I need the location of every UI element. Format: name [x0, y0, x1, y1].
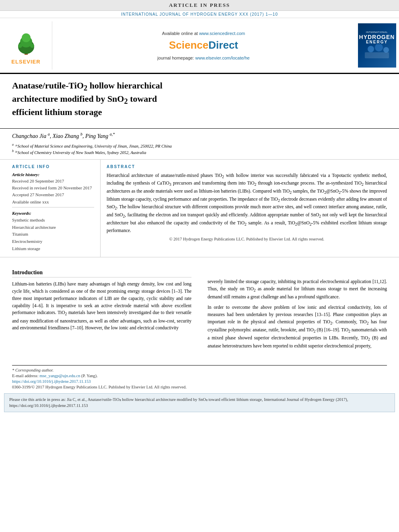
journal-title-bar: INTERNATIONAL JOURNAL OF HYDROGEN ENERGY…	[0, 11, 399, 18]
article-main-title: Anatase/rutile-TiO2 hollow hierarchical …	[12, 80, 387, 118]
svg-point-7	[368, 46, 374, 52]
doi-footnote: https://doi.org/10.1016/j.ijhydene.2017.…	[12, 379, 387, 384]
keyword-item: Titanium	[12, 231, 94, 238]
sciencedirect-logo: ScienceDirect	[169, 39, 238, 51]
keywords-label: Keywords:	[12, 211, 94, 216]
footnotes-section: * Corresponding author. E-mail address: …	[12, 365, 387, 389]
intro-left-text: Lithium-ion batteries (LIBs) have many a…	[12, 281, 191, 332]
svg-point-5	[30, 44, 34, 48]
article-info-column: ARTICLE INFO Article history: Received 2…	[12, 160, 101, 257]
header-center: Available online at www.sciencedirect.co…	[52, 21, 355, 70]
cover-decoration-icon	[363, 44, 391, 60]
journal-cover-box: INTERNATIONAL HYDROGEN ENERGY	[358, 23, 396, 68]
authors-section: Changchao Jia a, Xiao Zhang b, Ping Yang…	[0, 129, 399, 160]
keywords-list: Synthetic methods Hierarchical architect…	[12, 217, 94, 252]
elsevier-brand-label: ELSEVIER	[11, 59, 40, 65]
received-date: Received 20 September 2017	[12, 178, 94, 184]
article-info-abstract-section: ARTICLE INFO Article history: Received 2…	[0, 160, 399, 258]
article-title-section: Anatase/rutile-TiO2 hollow hierarchical …	[0, 74, 399, 129]
journal-cover-image: INTERNATIONAL HYDROGEN ENERGY	[355, 21, 399, 70]
svg-point-8	[375, 44, 383, 51]
keyword-item: Lithium storage	[12, 245, 94, 253]
issn-footnote: 0360-3199/© 2017 Hydrogen Energy Publica…	[12, 385, 387, 389]
authors-line: Changchao Jia a, Xiao Zhang b, Ping Yang…	[12, 132, 387, 140]
journal-homepage-text: journal homepage: www.elsevier.com/locat…	[157, 55, 249, 60]
intro-section-title: Introduction	[12, 269, 191, 277]
available-online-text: Available online at www.sciencedirect.co…	[162, 31, 245, 36]
keyword-item: Synthetic methods	[12, 217, 94, 224]
elsevier-logo-area: ELSEVIER	[0, 21, 52, 70]
revised-date: Received in revised form 20 November 201…	[12, 185, 94, 191]
article-info-label: ARTICLE INFO	[12, 164, 94, 169]
sciencedirect-link[interactable]: www.sciencedirect.com	[199, 31, 245, 36]
intro-right-text-2: In order to overcome the above problem o…	[208, 304, 387, 350]
email-link[interactable]: mse_yangp@ujn.edu.cn	[39, 374, 80, 378]
doi-link[interactable]: https://doi.org/10.1016/j.ijhydene.2017.…	[12, 379, 90, 384]
header-section: ELSEVIER Available online at www.science…	[0, 18, 399, 74]
svg-point-4	[18, 44, 22, 48]
keyword-item: Electrochemistry	[12, 238, 94, 245]
elsevier-tree-icon	[10, 27, 42, 59]
svg-point-3	[22, 33, 31, 42]
email-footnote: E-mail address: mse_yangp@ujn.edu.cn (P.…	[12, 374, 387, 378]
svg-point-9	[383, 47, 389, 53]
abstract-label: ABSTRACT	[107, 164, 387, 169]
affiliation-a: a ᵃ School of Material Science and Engin…	[12, 143, 387, 148]
affiliation-b: b ᵇ School of Chemistry University of Ne…	[12, 149, 387, 155]
citation-text: Please cite this article in press as: Ji…	[9, 397, 348, 408]
abstract-text: Hierarchical architecture of anatase/rut…	[107, 172, 387, 234]
available-online-date: Available online xxx	[12, 199, 94, 205]
body-left-column: Introduction Lithium-ion batteries (LIBs…	[12, 269, 195, 353]
journal-homepage-link[interactable]: www.elsevier.com/locate/he	[195, 55, 250, 60]
abstract-column: ABSTRACT Hierarchical architecture of an…	[101, 160, 387, 257]
body-right-column: severely limited the storage capacity, i…	[204, 269, 387, 353]
corresponding-author-note: * Corresponding author.	[12, 368, 387, 372]
citation-bar: Please cite this article in press as: Ji…	[4, 393, 395, 412]
intro-right-text-1: severely limited the storage capacity, i…	[208, 278, 387, 301]
accepted-date: Accepted 27 November 2017	[12, 192, 94, 198]
article-history-label: Article history:	[12, 172, 94, 177]
main-body-content: Introduction Lithium-ion batteries (LIBs…	[0, 261, 399, 361]
copyright-text: © 2017 Hydrogen Energy Publications LLC.…	[107, 237, 387, 241]
article-in-press-banner: ARTICLE IN PRESS	[0, 0, 399, 11]
svg-rect-6	[365, 52, 389, 58]
keyword-item: Hierarchical architecture	[12, 224, 94, 231]
